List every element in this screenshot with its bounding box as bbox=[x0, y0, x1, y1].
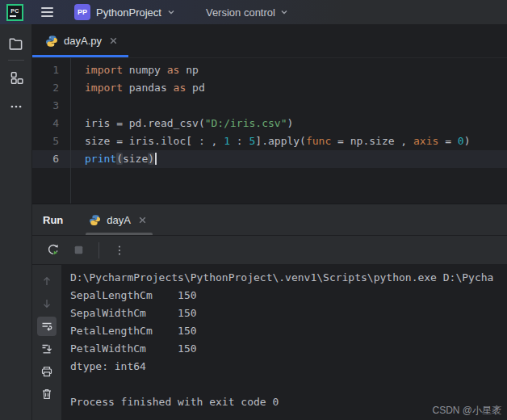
toolbar-separator bbox=[98, 242, 99, 258]
pycharm-logo-underscore bbox=[10, 15, 16, 17]
console-area: D:\PycharmProjects\PythonProject\.venv1\… bbox=[32, 265, 507, 420]
arrow-down-icon bbox=[40, 297, 53, 310]
editor-tab-dayA[interactable]: dayA.py bbox=[32, 24, 128, 57]
print-button[interactable] bbox=[37, 362, 57, 381]
run-tool-window: Run dayA bbox=[32, 204, 507, 420]
stop-icon bbox=[72, 243, 86, 257]
line-number[interactable]: 4 bbox=[32, 115, 59, 132]
project-widget[interactable]: PP PythonProject bbox=[69, 2, 180, 23]
console-line bbox=[70, 376, 507, 393]
arrow-up-icon bbox=[40, 275, 53, 288]
next-occurrence-button[interactable] bbox=[37, 294, 57, 313]
close-icon bbox=[109, 36, 118, 45]
run-tab-label: dayA bbox=[107, 214, 131, 226]
code-line[interactable]: size = iris.iloc[ : , 1 : 5].apply(func … bbox=[85, 132, 507, 150]
structure-tool-button[interactable] bbox=[5, 66, 27, 89]
hamburger-icon bbox=[41, 7, 53, 9]
version-control-widget[interactable]: Version control bbox=[201, 4, 293, 21]
run-toolbar bbox=[32, 235, 507, 265]
line-number[interactable]: 3 bbox=[32, 97, 59, 115]
code-line[interactable]: print(size) bbox=[85, 150, 507, 168]
rerun-button[interactable] bbox=[42, 240, 63, 261]
chevron-down-icon bbox=[167, 8, 175, 16]
active-tab-underline bbox=[32, 55, 128, 57]
editor-gutter[interactable]: 123456 bbox=[32, 58, 71, 204]
clear-console-button[interactable] bbox=[37, 384, 57, 404]
chevron-down-icon bbox=[280, 8, 288, 16]
line-number[interactable]: 1 bbox=[32, 61, 59, 79]
editor-tab-bar: dayA.py bbox=[32, 24, 507, 58]
sidebar-separator bbox=[8, 60, 24, 61]
text-cursor bbox=[155, 153, 157, 165]
console-line: SepalLengthCm 150 bbox=[70, 287, 507, 304]
soft-wrap-icon bbox=[40, 320, 53, 333]
main-menu-button[interactable] bbox=[38, 4, 57, 20]
structure-icon bbox=[9, 70, 23, 85]
console-line: PetalLengthCm 150 bbox=[70, 322, 507, 340]
pycharm-logo-icon[interactable]: PC bbox=[6, 4, 23, 21]
console-output[interactable]: D:\PycharmProjects\PythonProject\.venv1\… bbox=[62, 265, 507, 420]
close-icon bbox=[138, 216, 147, 225]
console-line: D:\PycharmProjects\PythonProject\.venv1\… bbox=[70, 269, 507, 287]
code-line[interactable] bbox=[85, 97, 507, 115]
watermark: CSDN @小星袤 bbox=[432, 404, 501, 418]
more-tool-windows-button[interactable] bbox=[5, 95, 27, 118]
run-tool-window-title: Run bbox=[43, 214, 63, 226]
pycharm-logo-text: PC bbox=[10, 8, 19, 14]
clear-icon bbox=[40, 388, 53, 401]
editor-and-runner: dayA.py 123456 import numpy as npimport … bbox=[32, 24, 507, 420]
main-toolbar: PC PP PythonProject Version control bbox=[0, 0, 507, 24]
project-name: PythonProject bbox=[96, 6, 161, 19]
python-icon bbox=[89, 214, 101, 226]
prev-occurrence-button[interactable] bbox=[37, 271, 57, 291]
python-icon bbox=[45, 35, 58, 48]
more-vertical-icon bbox=[113, 244, 126, 257]
editor-tab-label: dayA.py bbox=[64, 35, 102, 47]
line-number[interactable]: 5 bbox=[32, 132, 59, 150]
line-number[interactable]: 6 bbox=[32, 150, 59, 168]
soft-wrap-button[interactable] bbox=[37, 317, 57, 336]
print-icon bbox=[40, 365, 53, 378]
more-options-button[interactable] bbox=[109, 240, 130, 261]
code-line[interactable]: import pandas as pd bbox=[85, 79, 507, 97]
code-line[interactable]: iris = pd.read_csv("D:/iris.csv") bbox=[85, 115, 507, 132]
editor-code[interactable]: import numpy as npimport pandas as pdiri… bbox=[71, 58, 507, 204]
code-line[interactable]: import numpy as np bbox=[85, 61, 507, 79]
run-tool-window-header: Run dayA bbox=[32, 204, 507, 235]
console-left-toolbar bbox=[32, 265, 62, 420]
stop-button[interactable] bbox=[68, 240, 89, 261]
run-tab-dayA[interactable]: dayA bbox=[82, 204, 156, 235]
close-run-tab-button[interactable] bbox=[136, 213, 149, 226]
more-horizontal-icon bbox=[9, 99, 23, 114]
project-tool-button[interactable] bbox=[5, 32, 27, 54]
scroll-to-end-button[interactable] bbox=[37, 339, 57, 359]
main-area: dayA.py 123456 import numpy as npimport … bbox=[0, 24, 507, 420]
scroll-to-end-icon bbox=[40, 342, 53, 355]
close-tab-button[interactable] bbox=[107, 35, 120, 48]
console-line: dtype: int64 bbox=[70, 358, 507, 376]
rerun-icon bbox=[46, 243, 60, 257]
console-line: SepalWidthCm 150 bbox=[70, 304, 507, 322]
line-number[interactable]: 2 bbox=[32, 79, 59, 97]
left-tool-window-bar bbox=[0, 24, 32, 420]
project-badge: PP bbox=[74, 4, 90, 20]
active-run-tab-underline bbox=[86, 233, 153, 235]
console-line: PetalWidthCm 150 bbox=[70, 340, 507, 358]
code-editor[interactable]: 123456 import numpy as npimport pandas a… bbox=[32, 58, 507, 204]
version-control-label: Version control bbox=[206, 6, 275, 19]
folder-icon bbox=[8, 36, 23, 51]
